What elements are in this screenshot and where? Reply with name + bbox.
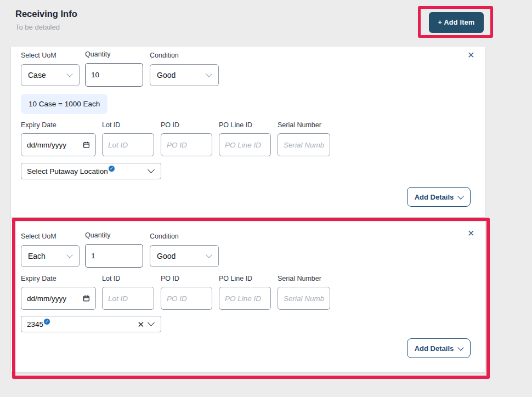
- item-card-2: ✕ Select UoM Quantity Condition Each Goo…: [11, 222, 485, 372]
- uom-conversion-badge: 10 Case = 1000 Each: [21, 94, 107, 114]
- select-uom-label: Select UoM: [21, 232, 56, 240]
- verified-check-icon: ✓: [109, 166, 115, 172]
- expiry-date-input[interactable]: dd/mm/yyyy: [21, 133, 96, 156]
- condition-label: Condition: [150, 232, 179, 240]
- quantity-input[interactable]: [85, 63, 143, 87]
- po-id-input[interactable]: [161, 287, 212, 310]
- add-details-button[interactable]: Add Details: [407, 187, 471, 207]
- condition-select-value: Good: [157, 252, 176, 260]
- lot-id-label: Lot ID: [102, 275, 120, 282]
- uom-select-value: Each: [28, 252, 46, 260]
- calendar-icon: [83, 141, 90, 149]
- chevron-down-icon: [148, 319, 155, 326]
- chevron-down-icon: [206, 252, 212, 258]
- condition-select[interactable]: Good: [150, 64, 219, 86]
- chevron-down-icon: [458, 193, 464, 199]
- condition-label: Condition: [150, 52, 179, 59]
- serial-number-label: Serial Number: [278, 121, 321, 129]
- quantity-label: Quantity: [85, 50, 111, 58]
- po-id-label: PO ID: [161, 275, 179, 282]
- putaway-location-select[interactable]: 2345 ✓ ✕: [21, 316, 161, 332]
- close-icon[interactable]: ✕: [467, 229, 474, 238]
- page-subtitle: To be detailed: [15, 23, 60, 31]
- condition-select-value: Good: [157, 71, 176, 80]
- chevron-down-icon: [458, 344, 464, 350]
- select-uom-label: Select UoM: [21, 52, 56, 59]
- po-id-label: PO ID: [161, 121, 179, 129]
- expiry-date-label: Expiry Date: [21, 275, 56, 282]
- lot-id-label: Lot ID: [102, 121, 120, 129]
- po-id-input[interactable]: [161, 133, 212, 156]
- serial-number-input[interactable]: [278, 287, 330, 310]
- po-line-id-input[interactable]: [219, 287, 271, 310]
- receiving-info-page: Receiving Info To be detailed + Add Item…: [0, 0, 532, 397]
- chevron-down-icon: [66, 71, 72, 77]
- chevron-down-icon: [148, 166, 155, 173]
- uom-select-value: Case: [28, 71, 46, 80]
- add-details-button[interactable]: Add Details: [407, 338, 471, 358]
- calendar-icon: [83, 294, 90, 302]
- chevron-down-icon: [66, 252, 72, 258]
- po-line-id-label: PO Line ID: [219, 275, 252, 282]
- quantity-input[interactable]: [85, 244, 143, 268]
- putaway-location-select[interactable]: Select Putaway Location ✓: [21, 163, 161, 179]
- lot-id-input[interactable]: [102, 287, 154, 310]
- po-line-id-label: PO Line ID: [219, 121, 252, 129]
- lot-id-input[interactable]: [102, 133, 154, 156]
- condition-select[interactable]: Good: [150, 245, 219, 267]
- add-details-label: Add Details: [415, 193, 454, 201]
- uom-select[interactable]: Each: [21, 245, 80, 267]
- verified-check-icon: ✓: [44, 319, 50, 325]
- putaway-location-value: 2345: [27, 320, 43, 328]
- close-icon[interactable]: ✕: [467, 51, 474, 60]
- serial-number-label: Serial Number: [278, 275, 321, 282]
- expiry-date-value: dd/mm/yyyy: [27, 141, 66, 149]
- add-item-button[interactable]: + Add Item: [429, 12, 484, 33]
- expiry-date-input[interactable]: dd/mm/yyyy: [21, 287, 96, 310]
- expiry-date-label: Expiry Date: [21, 121, 56, 129]
- expiry-date-value: dd/mm/yyyy: [27, 294, 66, 303]
- serial-number-input[interactable]: [278, 133, 330, 156]
- po-line-id-input[interactable]: [219, 133, 271, 156]
- add-details-label: Add Details: [415, 344, 454, 353]
- item-card-1: ✕ Select UoM Quantity Condition Case Goo…: [11, 47, 485, 217]
- clear-selection-icon[interactable]: ✕: [137, 320, 144, 328]
- quantity-label: Quantity: [85, 231, 111, 239]
- putaway-location-value: Select Putaway Location: [27, 167, 108, 175]
- chevron-down-icon: [206, 71, 212, 77]
- uom-select[interactable]: Case: [21, 64, 80, 86]
- page-title: Receiving Info: [15, 9, 77, 19]
